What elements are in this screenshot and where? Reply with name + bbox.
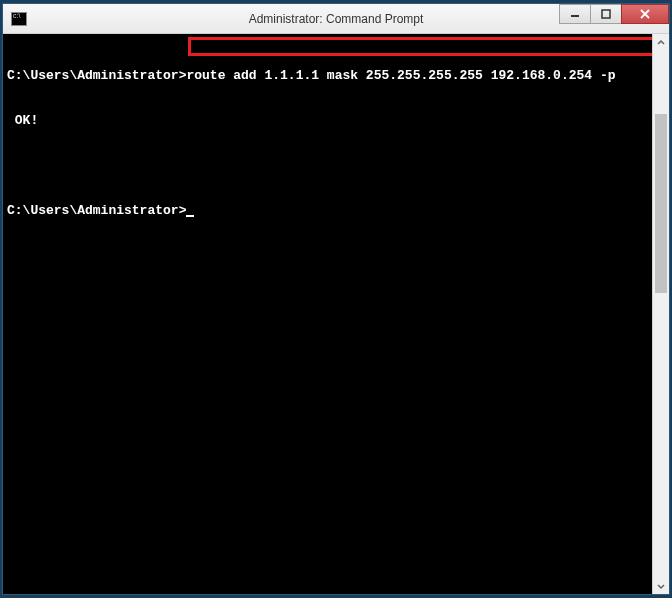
prompt-text: C:\Users\Administrator> [7, 203, 186, 218]
command-prompt-window: c:\ Administrator: Command Prompt C:\Use… [2, 3, 670, 595]
svg-rect-1 [602, 10, 610, 18]
window-title: Administrator: Command Prompt [249, 12, 424, 26]
maximize-icon [601, 9, 611, 19]
output-text: OK! [7, 113, 38, 128]
close-icon [640, 9, 650, 19]
scroll-down-button[interactable] [653, 577, 669, 594]
chevron-up-icon [657, 39, 665, 47]
titlebar[interactable]: c:\ Administrator: Command Prompt [3, 4, 669, 34]
terminal-output[interactable]: C:\Users\Administrator>route add 1.1.1.1… [3, 34, 652, 594]
terminal-line: OK! [7, 113, 648, 128]
minimize-icon [570, 9, 580, 19]
command-text: route add 1.1.1.1 mask 255.255.255.255 1… [186, 68, 615, 83]
cursor [186, 215, 194, 217]
cmd-icon: c:\ [11, 12, 27, 26]
scrollbar-track[interactable] [653, 51, 669, 577]
maximize-button[interactable] [590, 4, 622, 24]
close-button[interactable] [621, 4, 669, 24]
terminal-line: C:\Users\Administrator>route add 1.1.1.1… [7, 68, 648, 83]
scroll-up-button[interactable] [653, 34, 669, 51]
chevron-down-icon [657, 582, 665, 590]
vertical-scrollbar[interactable] [652, 34, 669, 594]
terminal-line [7, 158, 648, 173]
minimize-button[interactable] [559, 4, 591, 24]
prompt-text: C:\Users\Administrator> [7, 68, 186, 83]
highlight-annotation [188, 37, 652, 56]
client-area: C:\Users\Administrator>route add 1.1.1.1… [3, 34, 669, 594]
terminal-line: C:\Users\Administrator> [7, 203, 648, 218]
window-controls [560, 4, 669, 24]
scrollbar-thumb[interactable] [655, 114, 667, 293]
